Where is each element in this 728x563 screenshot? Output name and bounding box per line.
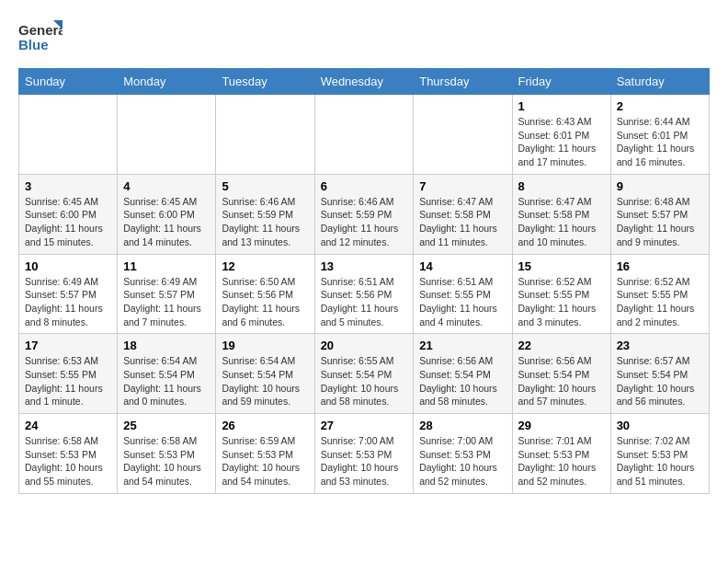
day-info: Sunrise: 6:56 AM Sunset: 5:54 PM Dayligh… (518, 354, 605, 408)
day-number: 9 (617, 179, 703, 193)
weekday-header: Monday (118, 69, 216, 95)
day-number: 22 (518, 339, 605, 352)
day-number: 24 (25, 419, 111, 432)
day-info: Sunrise: 6:58 AM Sunset: 5:53 PM Dayligh… (123, 434, 210, 488)
day-info: Sunrise: 6:51 AM Sunset: 5:55 PM Dayligh… (419, 275, 506, 329)
logo: General Blue (18, 18, 63, 59)
day-number: 1 (518, 99, 605, 113)
weekday-header: Thursday (414, 69, 512, 95)
day-info: Sunrise: 6:43 AM Sunset: 6:01 PM Dayligh… (518, 115, 605, 169)
calendar-cell: 25Sunrise: 6:58 AM Sunset: 5:53 PM Dayli… (118, 414, 216, 494)
day-info: Sunrise: 6:50 AM Sunset: 5:56 PM Dayligh… (222, 275, 308, 329)
day-info: Sunrise: 6:53 AM Sunset: 5:55 PM Dayligh… (25, 354, 111, 408)
day-number: 18 (123, 339, 210, 352)
day-number: 26 (222, 419, 308, 432)
calendar-cell: 27Sunrise: 7:00 AM Sunset: 5:53 PM Dayli… (314, 414, 414, 494)
calendar-cell: 12Sunrise: 6:50 AM Sunset: 5:56 PM Dayli… (216, 254, 314, 334)
calendar-week-row: 17Sunrise: 6:53 AM Sunset: 5:55 PM Dayli… (19, 334, 710, 414)
calendar-cell: 29Sunrise: 7:01 AM Sunset: 5:53 PM Dayli… (512, 414, 610, 494)
calendar-cell: 15Sunrise: 6:52 AM Sunset: 5:55 PM Dayli… (512, 254, 610, 334)
day-info: Sunrise: 6:54 AM Sunset: 5:54 PM Dayligh… (222, 354, 308, 408)
calendar-week-row: 1Sunrise: 6:43 AM Sunset: 6:01 PM Daylig… (19, 95, 710, 175)
day-info: Sunrise: 6:46 AM Sunset: 5:59 PM Dayligh… (321, 195, 408, 249)
calendar-cell: 6Sunrise: 6:46 AM Sunset: 5:59 PM Daylig… (314, 174, 414, 254)
day-number: 4 (123, 179, 210, 193)
weekday-header: Sunday (19, 69, 118, 95)
day-number: 27 (321, 419, 408, 432)
weekday-header-row: SundayMondayTuesdayWednesdayThursdayFrid… (19, 69, 710, 95)
day-info: Sunrise: 6:45 AM Sunset: 6:00 PM Dayligh… (123, 195, 210, 249)
day-info: Sunrise: 6:48 AM Sunset: 5:57 PM Dayligh… (617, 195, 703, 249)
day-info: Sunrise: 6:49 AM Sunset: 5:57 PM Dayligh… (25, 275, 111, 329)
day-info: Sunrise: 6:44 AM Sunset: 6:01 PM Dayligh… (617, 115, 703, 169)
weekday-header: Friday (512, 69, 610, 95)
calendar-cell: 22Sunrise: 6:56 AM Sunset: 5:54 PM Dayli… (512, 334, 610, 414)
calendar-cell: 3Sunrise: 6:45 AM Sunset: 6:00 PM Daylig… (19, 174, 118, 254)
calendar-week-row: 24Sunrise: 6:58 AM Sunset: 5:53 PM Dayli… (19, 414, 710, 494)
weekday-header: Saturday (610, 69, 709, 95)
calendar-cell: 14Sunrise: 6:51 AM Sunset: 5:55 PM Dayli… (414, 254, 512, 334)
calendar-cell: 23Sunrise: 6:57 AM Sunset: 5:54 PM Dayli… (610, 334, 709, 414)
day-number: 5 (222, 179, 308, 193)
calendar-cell: 19Sunrise: 6:54 AM Sunset: 5:54 PM Dayli… (216, 334, 314, 414)
day-number: 8 (518, 179, 605, 193)
calendar-cell: 1Sunrise: 6:43 AM Sunset: 6:01 PM Daylig… (512, 95, 610, 175)
day-number: 13 (321, 259, 408, 273)
calendar-cell (118, 95, 216, 175)
day-info: Sunrise: 6:45 AM Sunset: 6:00 PM Dayligh… (25, 195, 111, 249)
day-number: 21 (419, 339, 506, 352)
calendar-cell: 28Sunrise: 7:00 AM Sunset: 5:53 PM Dayli… (414, 414, 512, 494)
svg-text:General: General (18, 22, 63, 38)
day-number: 6 (321, 179, 408, 193)
calendar-cell: 5Sunrise: 6:46 AM Sunset: 5:59 PM Daylig… (216, 174, 314, 254)
calendar-cell: 11Sunrise: 6:49 AM Sunset: 5:57 PM Dayli… (118, 254, 216, 334)
day-number: 10 (25, 259, 111, 273)
calendar-cell (314, 95, 414, 175)
calendar-cell (19, 95, 118, 175)
day-info: Sunrise: 6:51 AM Sunset: 5:56 PM Dayligh… (321, 275, 408, 329)
day-number: 2 (617, 99, 703, 113)
page-header: General Blue (18, 18, 710, 59)
calendar-cell: 21Sunrise: 6:56 AM Sunset: 5:54 PM Dayli… (414, 334, 512, 414)
calendar-cell: 10Sunrise: 6:49 AM Sunset: 5:57 PM Dayli… (19, 254, 118, 334)
weekday-header: Wednesday (314, 69, 414, 95)
day-info: Sunrise: 6:54 AM Sunset: 5:54 PM Dayligh… (123, 354, 210, 408)
calendar-cell: 20Sunrise: 6:55 AM Sunset: 5:54 PM Dayli… (314, 334, 414, 414)
day-number: 12 (222, 259, 308, 273)
svg-text:Blue: Blue (18, 37, 49, 52)
calendar-cell: 26Sunrise: 6:59 AM Sunset: 5:53 PM Dayli… (216, 414, 314, 494)
day-info: Sunrise: 6:49 AM Sunset: 5:57 PM Dayligh… (123, 275, 210, 329)
day-number: 11 (123, 259, 210, 273)
day-info: Sunrise: 6:55 AM Sunset: 5:54 PM Dayligh… (321, 354, 408, 408)
day-number: 30 (617, 419, 703, 432)
calendar-cell: 2Sunrise: 6:44 AM Sunset: 6:01 PM Daylig… (610, 95, 709, 175)
calendar-cell: 8Sunrise: 6:47 AM Sunset: 5:58 PM Daylig… (512, 174, 610, 254)
day-info: Sunrise: 6:46 AM Sunset: 5:59 PM Dayligh… (222, 195, 308, 249)
day-number: 25 (123, 419, 210, 432)
calendar-cell: 18Sunrise: 6:54 AM Sunset: 5:54 PM Dayli… (118, 334, 216, 414)
calendar-cell: 16Sunrise: 6:52 AM Sunset: 5:55 PM Dayli… (610, 254, 709, 334)
day-number: 16 (617, 259, 703, 273)
day-info: Sunrise: 6:58 AM Sunset: 5:53 PM Dayligh… (25, 434, 111, 488)
day-info: Sunrise: 7:00 AM Sunset: 5:53 PM Dayligh… (321, 434, 408, 488)
day-number: 28 (419, 419, 506, 432)
day-info: Sunrise: 6:59 AM Sunset: 5:53 PM Dayligh… (222, 434, 308, 488)
day-number: 3 (25, 179, 111, 193)
day-info: Sunrise: 6:47 AM Sunset: 5:58 PM Dayligh… (419, 195, 506, 249)
calendar-week-row: 3Sunrise: 6:45 AM Sunset: 6:00 PM Daylig… (19, 174, 710, 254)
calendar-cell (216, 95, 314, 175)
calendar-cell: 24Sunrise: 6:58 AM Sunset: 5:53 PM Dayli… (19, 414, 118, 494)
calendar-cell: 17Sunrise: 6:53 AM Sunset: 5:55 PM Dayli… (19, 334, 118, 414)
weekday-header: Tuesday (216, 69, 314, 95)
day-number: 23 (617, 339, 703, 352)
day-info: Sunrise: 7:01 AM Sunset: 5:53 PM Dayligh… (518, 434, 605, 488)
day-info: Sunrise: 6:52 AM Sunset: 5:55 PM Dayligh… (617, 275, 703, 329)
calendar-cell: 7Sunrise: 6:47 AM Sunset: 5:58 PM Daylig… (414, 174, 512, 254)
day-info: Sunrise: 7:00 AM Sunset: 5:53 PM Dayligh… (419, 434, 506, 488)
day-info: Sunrise: 6:52 AM Sunset: 5:55 PM Dayligh… (518, 275, 605, 329)
calendar-cell: 13Sunrise: 6:51 AM Sunset: 5:56 PM Dayli… (314, 254, 414, 334)
calendar-table: SundayMondayTuesdayWednesdayThursdayFrid… (18, 68, 710, 494)
calendar-cell: 9Sunrise: 6:48 AM Sunset: 5:57 PM Daylig… (610, 174, 709, 254)
calendar-cell: 4Sunrise: 6:45 AM Sunset: 6:00 PM Daylig… (118, 174, 216, 254)
day-info: Sunrise: 6:47 AM Sunset: 5:58 PM Dayligh… (518, 195, 605, 249)
